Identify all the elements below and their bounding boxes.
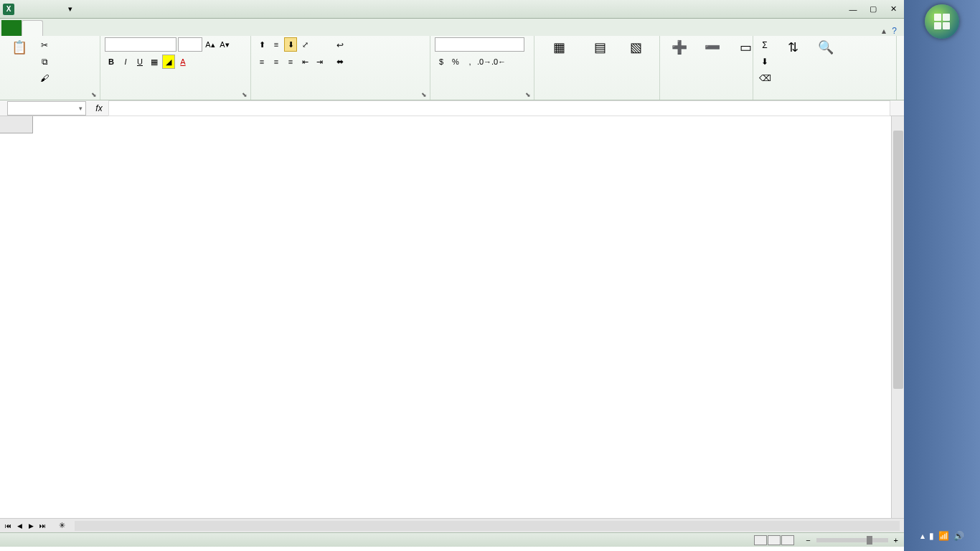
shrink-font-button[interactable]: A▾ [218, 37, 231, 52]
comma-format-button[interactable]: , [463, 55, 476, 69]
autosum-button[interactable]: Σ [758, 37, 775, 53]
tab-data[interactable] [103, 20, 123, 36]
italic-button[interactable]: I [119, 55, 132, 69]
merge-center-button[interactable]: ⬌ [333, 54, 350, 70]
fill-button[interactable]: ⬇ [758, 54, 775, 70]
status-bar: − + [0, 532, 904, 547]
grid[interactable] [0, 116, 904, 518]
minimize-ribbon-icon[interactable]: ▴ [882, 26, 886, 36]
zoom-slider[interactable] [816, 538, 888, 542]
fx-button[interactable]: fx [92, 102, 106, 115]
redo-button[interactable] [47, 2, 62, 17]
formula-bar: ▾ fx [0, 100, 904, 116]
vertical-scrollbar[interactable] [891, 116, 904, 518]
percent-format-button[interactable]: % [449, 55, 462, 69]
font-launcher-icon[interactable]: ⬊ [242, 91, 248, 98]
align-center-button[interactable]: ≡ [270, 55, 283, 69]
sheet-nav-first[interactable]: ⏮ [3, 521, 13, 531]
orientation-button[interactable]: ⤢ [298, 37, 311, 52]
windows-taskbar: ▴ ▮ 📶 🔊 [904, 0, 980, 551]
undo-button[interactable] [32, 2, 46, 17]
tray-battery-icon[interactable]: ▮ [929, 531, 934, 541]
alignment-launcher-icon[interactable]: ⬊ [421, 91, 427, 98]
sort-filter-button[interactable]: ⇅ [778, 37, 808, 59]
select-all-corner[interactable] [0, 116, 33, 133]
font-name-select[interactable] [105, 37, 176, 52]
zoom-thumb[interactable] [867, 536, 872, 545]
format-as-table-button[interactable]: ▤ [582, 37, 618, 59]
tray-network-icon[interactable]: 📶 [938, 531, 949, 541]
font-size-select[interactable] [178, 37, 202, 52]
maximize-button[interactable]: ▢ [865, 4, 881, 15]
save-button[interactable] [16, 2, 30, 17]
align-left-button[interactable]: ≡ [255, 55, 268, 69]
sheet-nav-next[interactable]: ▶ [26, 521, 36, 531]
scroll-thumb[interactable] [893, 131, 903, 389]
qat-customize-icon[interactable]: ▾ [63, 2, 77, 17]
insert-cells-button[interactable]: ➕ [664, 37, 694, 59]
close-button[interactable]: ✕ [885, 4, 901, 15]
tab-review[interactable] [123, 20, 143, 36]
cut-button[interactable]: ✂ [37, 37, 55, 53]
help-icon[interactable]: ? [892, 26, 897, 36]
fill-color-button[interactable]: ◢ [162, 55, 175, 69]
number-format-select[interactable] [435, 37, 524, 52]
font-color-button[interactable]: A [176, 55, 189, 69]
normal-view-button[interactable] [754, 535, 767, 545]
increase-indent-button[interactable]: ⇥ [313, 55, 326, 69]
clear-button[interactable]: ⌫ [758, 70, 775, 86]
borders-button[interactable]: ▦ [148, 55, 161, 69]
wrap-text-button[interactable]: ↩ [333, 37, 350, 53]
formula-input[interactable] [109, 101, 890, 116]
minimize-button[interactable]: — [845, 4, 861, 15]
ribbon: 📋 ✂ ⧉ 🖌 ⬊ A▴ A▾ [0, 36, 904, 100]
increase-decimal-button[interactable]: .0→ [478, 55, 491, 69]
conditional-formatting-button[interactable]: ▦ [539, 37, 579, 59]
name-box-dropdown-icon[interactable]: ▾ [79, 105, 83, 112]
windows-logo-icon [932, 11, 952, 32]
tab-page-layout[interactable] [63, 20, 83, 36]
horizontal-scrollbar[interactable] [75, 521, 900, 531]
tray-up-icon[interactable]: ▴ [920, 531, 925, 541]
zoom-in-button[interactable]: + [894, 536, 898, 545]
format-painter-button[interactable]: 🖌 [37, 70, 55, 86]
align-bottom-button[interactable]: ⬇ [284, 37, 297, 52]
tray-volume-icon[interactable]: 🔊 [953, 531, 964, 541]
paste-button[interactable]: 📋 [4, 37, 34, 59]
sheet-nav-prev[interactable]: ◀ [14, 521, 24, 531]
grow-font-button[interactable]: A▴ [204, 37, 217, 52]
group-editing: Σ ⬇ ⌫ ⇅ 🔍 [753, 36, 897, 100]
sheet-nav-last[interactable]: ⏭ [37, 521, 47, 531]
underline-button[interactable]: U [133, 55, 146, 69]
insert-worksheet-button[interactable]: ✳ [53, 520, 70, 532]
cell-styles-button[interactable]: ▧ [621, 37, 651, 59]
tab-formulas[interactable] [83, 20, 103, 36]
find-select-button[interactable]: 🔍 [811, 37, 841, 59]
number-launcher-icon[interactable]: ⬊ [525, 91, 531, 98]
copy-button[interactable]: ⧉ [37, 54, 55, 70]
excel-icon: X [3, 4, 14, 15]
align-top-button[interactable]: ⬆ [255, 37, 268, 52]
align-middle-button[interactable]: ≡ [270, 37, 283, 52]
svg-rect-0 [934, 14, 941, 21]
align-right-button[interactable]: ≡ [284, 55, 297, 69]
ribbon-tabs: ▴ ? [0, 19, 904, 36]
page-break-view-button[interactable] [781, 535, 794, 545]
delete-cells-button[interactable]: ➖ [697, 37, 727, 59]
format-icon: ▭ [737, 39, 754, 56]
page-layout-view-button[interactable] [768, 535, 781, 545]
start-button[interactable] [925, 4, 959, 39]
zoom-out-button[interactable]: − [806, 536, 810, 545]
tab-insert[interactable] [43, 20, 63, 36]
file-tab[interactable] [1, 20, 22, 36]
decrease-indent-button[interactable]: ⇤ [298, 55, 311, 69]
decrease-decimal-button[interactable]: .0← [492, 55, 505, 69]
bold-button[interactable]: B [105, 55, 118, 69]
accounting-format-button[interactable]: $ [435, 55, 448, 69]
clipboard-launcher-icon[interactable]: ⬊ [91, 91, 97, 98]
svg-rect-3 [943, 22, 950, 29]
tab-home[interactable] [22, 20, 43, 36]
tab-view[interactable] [143, 20, 164, 36]
paste-icon: 📋 [11, 39, 28, 56]
name-box[interactable]: ▾ [7, 101, 86, 116]
